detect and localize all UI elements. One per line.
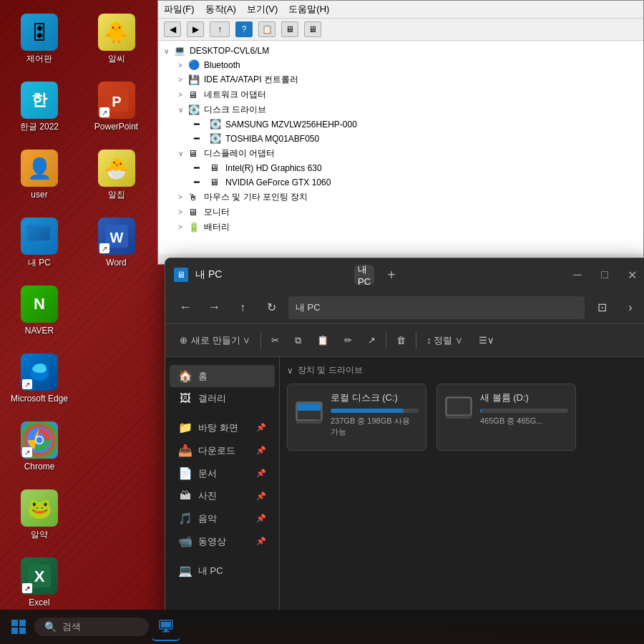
desktop-icon-iyagi[interactable]: 🐸 알약	[4, 483, 75, 547]
sidebar-item-mypc[interactable]: 💻 내 PC	[170, 560, 275, 582]
nav-up-button[interactable]: ↑	[231, 296, 254, 319]
menu-file[interactable]: 파일(F)	[164, 3, 195, 16]
tree-disk[interactable]: ∨ 💽 디스크 드라이브	[161, 102, 640, 117]
rename-button[interactable]: ✏	[338, 329, 358, 352]
desktop-icon-chrome[interactable]: ↗ Chrome	[4, 415, 75, 479]
computer-name: DESKTOP-CVL6/LM	[190, 46, 269, 56]
tree-bluetooth[interactable]: > 🔵 Bluetooth	[161, 58, 640, 72]
tab-mypc[interactable]: 내 PC	[354, 265, 374, 285]
svg-rect-25	[165, 629, 167, 631]
nav-forward[interactable]: ▶	[187, 21, 204, 37]
new-tab-button[interactable]: +	[381, 265, 401, 285]
nav-up[interactable]: ↑	[210, 21, 230, 37]
control-panel-label: 제어판	[26, 54, 52, 65]
tree-intel-gpu[interactable]: ━ 🖥 Intel(R) HD Graphics 630	[161, 161, 640, 175]
tree-battery[interactable]: > 🔋 배터리	[161, 220, 640, 235]
paste-button[interactable]: 📋	[311, 329, 334, 352]
desktop-icon-alsee[interactable]: 🐥 알씨	[81, 7, 152, 72]
svg-rect-26	[162, 631, 170, 633]
minimize-button[interactable]: ─	[567, 265, 587, 285]
pin-icon-5: 📌	[256, 514, 266, 523]
svg-text:W: W	[109, 230, 123, 245]
device-manager-nav: ◀ ▶ ↑ ? 📋 🖥 🖥	[158, 19, 643, 41]
iyagi-icon: 🐸	[21, 489, 58, 527]
svg-rect-18	[446, 416, 472, 419]
copy-button[interactable]: ⧉	[289, 329, 307, 352]
address-more-button[interactable]: ›	[619, 296, 642, 319]
nav-forward-button[interactable]: →	[203, 296, 225, 319]
tree-samsung[interactable]: ━ 💽 SAMSUNG MZVLW256HEHP-000	[161, 117, 640, 132]
tree-monitor[interactable]: > 🖥 모니터	[161, 205, 640, 220]
close-button[interactable]: ✕	[622, 265, 642, 285]
nav-properties[interactable]: 📋	[258, 21, 275, 37]
address-expand-button[interactable]: ⊡	[590, 296, 613, 319]
file-explorer-navbar: ← → ↑ ↻ 내 PC ⊡ ›	[165, 291, 644, 324]
powerpoint-label: PowerPoint	[94, 122, 138, 133]
tree-nvidia-gpu[interactable]: ━ 🖥 NVIDIA GeForce GTX 1060	[161, 175, 640, 190]
drive-d-icon	[444, 394, 473, 424]
nav-monitor2[interactable]: 🖥	[304, 21, 321, 37]
chrome-icon: ↗	[21, 421, 58, 459]
sidebar-item-desktop[interactable]: 📁 바탕 화면 📌	[170, 416, 275, 439]
sort-button[interactable]: ↕ 정렬 ∨	[421, 329, 469, 352]
alsee-icon: 🐥	[98, 14, 135, 51]
taskbar-mypc-app[interactable]	[152, 613, 180, 641]
sidebar-gallery-label: 갤러리	[198, 392, 226, 405]
address-bar[interactable]: 내 PC	[288, 296, 585, 319]
pictures-icon: 🏔	[178, 489, 192, 502]
drive-c-icon	[295, 399, 323, 429]
tree-mouse[interactable]: > 🖱 마우스 및 기타 포인팅 장치	[161, 190, 640, 205]
mypc-label: 내 PC	[28, 258, 51, 269]
disk-label: 디스크 드라이브	[204, 104, 266, 116]
new-item-icon: ⊕	[180, 335, 187, 346]
sidebar-item-home[interactable]: 🏠 홈	[170, 365, 275, 387]
view-button[interactable]: ☰∨	[473, 329, 500, 352]
tree-ide[interactable]: > 💾 IDE ATA/ATAPI 컨트롤러	[161, 72, 640, 87]
new-item-button[interactable]: ⊕ 새로 만들기 ∨	[174, 329, 256, 352]
sidebar-videos-label: 동영상	[198, 535, 226, 548]
file-explorer-window: 🖥 내 PC 내 PC + ─ □ ✕ ← → ↑ ↻ 내 PC ⊡ ›	[165, 258, 644, 623]
tree-network[interactable]: > 🖥 네트워크 어댑터	[161, 87, 640, 102]
nav-back[interactable]: ◀	[164, 21, 181, 37]
nav-back-button[interactable]: ←	[174, 296, 197, 319]
nav-monitor[interactable]: 🖥	[281, 21, 298, 37]
nav-refresh-button[interactable]: ↻	[260, 296, 283, 319]
menu-view[interactable]: 보기(V)	[247, 3, 278, 16]
desktop-icon-hangul[interactable]: 한 한글 2022	[4, 75, 75, 140]
desktop-icon-naver[interactable]: N NAVER	[4, 279, 75, 343]
sidebar-item-gallery[interactable]: 🖼 갤러리	[170, 388, 275, 409]
desktop-icon-powerpoint[interactable]: P ↗ PowerPoint	[81, 75, 152, 140]
share-button[interactable]: ↗	[362, 329, 381, 352]
drive-card-c[interactable]: 로컬 디스크 (C:) 237GB 중 198GB 사용 가능	[287, 384, 426, 451]
delete-button[interactable]: 🗑	[391, 329, 411, 352]
desktop-icon-word[interactable]: W ↗ Word	[81, 211, 152, 275]
file-explorer-body: 🏠 홈 🖼 갤러리 📁 바탕 화면 📌 📥 다운로드 📌	[165, 357, 644, 622]
desktop-icon-mypc[interactable]: 내 PC	[4, 211, 75, 275]
maximize-button[interactable]: □	[595, 265, 615, 285]
start-button[interactable]	[6, 614, 31, 640]
sidebar-item-documents[interactable]: 📄 문서 📌	[170, 462, 275, 484]
desktop-icon-aljip[interactable]: 🐣 알집	[81, 143, 152, 208]
file-explorer-sidebar: 🏠 홈 🖼 갤러리 📁 바탕 화면 📌 📥 다운로드 📌	[165, 357, 280, 622]
svg-rect-12	[298, 404, 321, 411]
sidebar-item-pictures[interactable]: 🏔 사진 📌	[170, 485, 275, 507]
menu-action[interactable]: 동작(A)	[205, 3, 236, 16]
sidebar-item-downloads[interactable]: 📥 다운로드 📌	[170, 439, 275, 462]
tree-computer[interactable]: ∨ 💻 DESKTOP-CVL6/LM	[161, 44, 640, 58]
desktop-icon-control-panel[interactable]: 🎛 제어판	[4, 7, 75, 72]
desktop-icon-excel[interactable]: X ↗ Excel	[4, 551, 75, 615]
tree-display[interactable]: ∨ 🖥 디스플레이 어댑터	[161, 146, 640, 161]
desktop-icon-user[interactable]: 👤 user	[4, 143, 75, 208]
drive-d-space: 465GB 중 465G...	[480, 416, 568, 426]
taskbar-search[interactable]: 🔍 검색	[34, 618, 149, 636]
desktop-icon-edge[interactable]: ↗ Microsoft Edge	[4, 347, 75, 411]
cut-button[interactable]: ✂	[265, 329, 285, 352]
menu-help[interactable]: 도움말(H)	[288, 3, 329, 16]
sidebar-documents-label: 문서	[198, 467, 217, 480]
sidebar-item-videos[interactable]: 📹 동영상 📌	[170, 530, 275, 552]
sidebar-item-music[interactable]: 🎵 음악 📌	[170, 507, 275, 530]
nav-info[interactable]: ?	[235, 21, 253, 37]
tree-toshiba[interactable]: ━ 💽 TOSHIBA MQ01ABF050	[161, 132, 640, 146]
drive-card-d[interactable]: 새 볼륨 (D:) 465GB 중 465G...	[436, 384, 576, 451]
naver-icon: N	[21, 286, 58, 323]
